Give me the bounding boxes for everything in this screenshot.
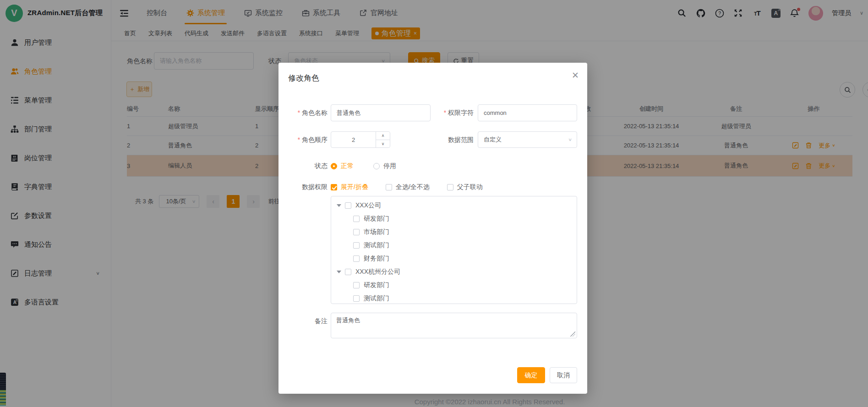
tree-node-label: XXX公司: [355, 201, 381, 210]
status-radio-group: 正常 停用: [331, 162, 396, 170]
remark-textarea[interactable]: 普通角色: [331, 313, 577, 338]
tree-checkbox[interactable]: [353, 216, 360, 222]
dialog-title: 修改角色: [288, 73, 319, 83]
role-name-field-value: 普通角色: [337, 109, 360, 117]
checkbox-select-all-label[interactable]: 全选/全不选: [396, 183, 430, 191]
edit-role-dialog: 修改角色 ✕ 角色名称 普通角色 权限字符 common 角色顺序 2 ∧ ∨ …: [278, 63, 587, 394]
tree-checkbox[interactable]: [353, 229, 360, 235]
tree-node[interactable]: 财务部门: [331, 252, 577, 265]
data-scope-field-label: 数据范围: [428, 136, 474, 144]
checkbox-expand-collapse-label[interactable]: 展开/折叠: [341, 183, 368, 191]
tree-checkbox[interactable]: [345, 202, 351, 209]
tree-node[interactable]: 研发部门: [331, 212, 577, 225]
tree-checkbox[interactable]: [353, 282, 360, 288]
chevron-down-icon: ∨: [568, 137, 572, 142]
tree-node-label: 研发部门: [364, 281, 389, 289]
data-scope-value: 自定义: [484, 136, 502, 144]
tree-node[interactable]: XXX杭州分公司: [331, 265, 577, 278]
role-order-value: 2: [331, 132, 376, 147]
tree-checkbox[interactable]: [345, 269, 351, 275]
tree-node[interactable]: XXX公司: [331, 199, 577, 212]
tree-checkbox[interactable]: [353, 295, 360, 302]
tree-node[interactable]: 市场部门: [331, 225, 577, 239]
perm-char-field-label: 权限字符: [428, 109, 474, 117]
tree-node-label: 研发部门: [364, 215, 389, 223]
radio-normal-label[interactable]: 正常: [341, 162, 354, 170]
data-perm-field-label: 数据权限: [278, 183, 328, 191]
tree-node-label: 市场部门: [364, 228, 389, 236]
caret-down-icon[interactable]: [337, 204, 341, 207]
radio-disabled[interactable]: [373, 163, 380, 169]
resize-handle[interactable]: [570, 331, 575, 336]
tree-node[interactable]: 测试部门: [331, 239, 577, 252]
tree-checkbox[interactable]: [353, 242, 360, 249]
tree-node-label: 测试部门: [364, 294, 389, 303]
role-order-stepper[interactable]: 2 ∧ ∨: [331, 131, 390, 148]
tree-node[interactable]: 测试部门: [331, 292, 577, 304]
radio-normal[interactable]: [331, 163, 337, 169]
radio-disabled-label[interactable]: 停用: [383, 162, 396, 170]
cancel-button[interactable]: 取消: [550, 367, 577, 383]
role-name-field-label: 角色名称: [278, 109, 328, 117]
caret-down-icon[interactable]: [337, 271, 341, 273]
role-name-field-input[interactable]: 普通角色: [331, 104, 431, 121]
confirm-button[interactable]: 确定: [517, 367, 545, 383]
status-field-label: 状态: [278, 162, 328, 170]
perm-char-field-value: common: [484, 109, 507, 116]
checkbox-parent-child-link-label[interactable]: 父子联动: [457, 183, 483, 191]
data-perm-options: 展开/折叠 全选/全不选 父子联动: [331, 183, 500, 191]
checkbox-parent-child-link[interactable]: [447, 184, 453, 190]
tree-node[interactable]: 研发部门: [331, 278, 577, 292]
tree-node-label: 财务部门: [364, 255, 389, 263]
department-tree: XXX公司 研发部门 市场部门 测试部门 财务部门 XXX杭州分公司 研发部门: [331, 196, 577, 304]
stepper-down-button[interactable]: ∨: [376, 140, 390, 148]
stepper-up-button[interactable]: ∧: [376, 132, 390, 140]
close-icon[interactable]: ✕: [572, 71, 579, 80]
tree-node-label: XXX杭州分公司: [355, 268, 400, 276]
checkbox-expand-collapse[interactable]: [331, 184, 337, 190]
tree-checkbox[interactable]: [353, 255, 360, 262]
tree-node-label: 测试部门: [364, 241, 389, 250]
data-scope-select[interactable]: 自定义 ∨: [478, 131, 577, 148]
perm-char-field-input[interactable]: common: [478, 104, 577, 121]
checkbox-select-all[interactable]: [386, 184, 392, 190]
role-order-field-label: 角色顺序: [278, 136, 328, 144]
remark-field-label: 备注: [278, 317, 328, 326]
